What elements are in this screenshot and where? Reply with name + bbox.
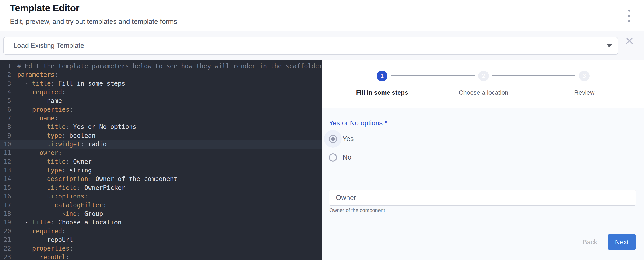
radio-option-no[interactable]: No bbox=[324, 149, 352, 166]
code-token: - repoUrl bbox=[17, 236, 73, 244]
code-token: : bbox=[88, 175, 96, 183]
code-token: : bbox=[77, 184, 84, 191]
code-token: : bbox=[81, 141, 88, 148]
code-text: kind: Group bbox=[17, 210, 103, 218]
code-token: properties bbox=[32, 245, 70, 252]
code-token: : bbox=[84, 193, 88, 200]
radio-option-label: Yes bbox=[342, 135, 354, 143]
code-text: owner: bbox=[17, 149, 62, 157]
kebab-dot-icon bbox=[628, 15, 630, 17]
code-token bbox=[17, 132, 47, 139]
line-number: 20 bbox=[0, 227, 11, 236]
radio-button-icon[interactable] bbox=[329, 135, 337, 143]
owner-field-placeholder: Owner bbox=[336, 190, 356, 205]
code-line: 12 title: Owner bbox=[0, 157, 322, 166]
radio-halo bbox=[324, 149, 342, 166]
code-token bbox=[17, 149, 40, 157]
code-line: 5 - name bbox=[0, 96, 322, 105]
line-number: 12 bbox=[0, 157, 11, 166]
code-lines: 1# Edit the template parameters below to… bbox=[0, 62, 322, 260]
code-line: 10 ui:widget: radio bbox=[0, 140, 322, 149]
code-text: title: Yes or No options bbox=[17, 122, 136, 131]
code-token bbox=[17, 106, 32, 113]
radio-option-label: No bbox=[342, 153, 352, 161]
chevron-down-icon[interactable] bbox=[607, 44, 612, 47]
code-token: type bbox=[47, 132, 62, 139]
line-number: 3 bbox=[0, 79, 11, 88]
code-editor[interactable]: 1# Edit the template parameters below to… bbox=[0, 60, 322, 260]
code-token bbox=[17, 245, 32, 252]
code-token: parameters bbox=[17, 71, 54, 78]
code-token: : bbox=[54, 71, 58, 78]
form-preview: Yes or No options* YesNo Owner Owner of … bbox=[322, 108, 644, 260]
line-number: 23 bbox=[0, 253, 11, 260]
code-token: properties bbox=[32, 106, 70, 113]
code-token: required bbox=[32, 88, 62, 96]
code-token: string bbox=[70, 167, 92, 174]
line-number: 5 bbox=[0, 96, 11, 105]
code-text: ui:options: bbox=[17, 192, 88, 201]
radio-button-icon[interactable] bbox=[329, 153, 337, 162]
code-token bbox=[17, 228, 32, 235]
step-label: Review bbox=[574, 89, 594, 96]
code-token: : bbox=[77, 210, 84, 217]
line-number: 22 bbox=[0, 244, 11, 253]
code-token: : bbox=[66, 123, 73, 130]
back-button[interactable]: Back bbox=[575, 234, 605, 250]
more-options-button[interactable] bbox=[624, 10, 634, 22]
code-token: : bbox=[70, 106, 73, 113]
kebab-dot-icon bbox=[628, 10, 630, 12]
code-text: ui:widget: radio bbox=[17, 140, 107, 149]
code-text: type: string bbox=[17, 166, 92, 175]
code-token: : bbox=[51, 80, 58, 87]
code-token: - bbox=[17, 80, 32, 87]
line-number: 16 bbox=[0, 192, 11, 201]
code-line: 13 type: string bbox=[0, 166, 322, 175]
code-text: repoUrl: bbox=[17, 253, 70, 260]
code-line: 2parameters: bbox=[0, 70, 322, 79]
radio-option-yes[interactable]: Yes bbox=[324, 130, 354, 148]
close-icon[interactable] bbox=[625, 36, 634, 45]
code-token: ui:options bbox=[47, 193, 84, 200]
code-token: required bbox=[32, 228, 62, 235]
load-select-placeholder: Load Existing Template bbox=[14, 37, 84, 54]
code-token: : bbox=[103, 202, 107, 209]
owner-field[interactable]: Owner bbox=[329, 190, 636, 206]
code-token: title bbox=[47, 158, 66, 165]
code-line: 9 type: boolean bbox=[0, 131, 322, 140]
load-existing-template-select[interactable]: Load Existing Template bbox=[3, 37, 618, 54]
code-token: catalogFilter bbox=[54, 202, 103, 209]
line-number: 8 bbox=[0, 122, 11, 131]
code-token bbox=[17, 167, 47, 174]
code-token: Fill in some steps bbox=[58, 80, 125, 87]
code-line: 21 - repoUrl bbox=[0, 236, 322, 244]
code-token bbox=[17, 141, 47, 148]
code-line: 20 required: bbox=[0, 227, 322, 236]
code-text: properties: bbox=[17, 244, 73, 253]
code-token: : bbox=[66, 254, 70, 260]
stepper: 1Fill in some steps2Choose a location3Re… bbox=[322, 60, 644, 108]
code-token: title bbox=[32, 219, 50, 226]
line-number: 4 bbox=[0, 88, 11, 96]
line-number: 11 bbox=[0, 149, 11, 157]
next-button[interactable]: Next bbox=[608, 234, 636, 250]
code-line: 22 properties: bbox=[0, 244, 322, 253]
code-text: - title: Choose a location bbox=[17, 218, 122, 227]
line-number: 1 bbox=[0, 62, 11, 70]
stepper-connector bbox=[492, 75, 576, 76]
code-token bbox=[17, 184, 47, 191]
radio-group-label: Yes or No options* bbox=[329, 119, 388, 127]
code-token: boolean bbox=[70, 132, 96, 139]
code-token: name bbox=[40, 115, 54, 122]
code-token: : bbox=[62, 167, 70, 174]
code-token bbox=[17, 254, 40, 260]
code-token: Owner bbox=[73, 158, 92, 165]
code-text: - name bbox=[17, 96, 62, 105]
code-token: radio bbox=[88, 141, 106, 148]
code-token: : bbox=[62, 132, 70, 139]
code-text: required: bbox=[17, 227, 66, 236]
page-subtitle: Edit, preview, and try out templates and… bbox=[10, 18, 177, 26]
step-label: Fill in some steps bbox=[356, 89, 408, 96]
code-line: 4 required: bbox=[0, 88, 322, 96]
code-text: type: boolean bbox=[17, 131, 96, 140]
